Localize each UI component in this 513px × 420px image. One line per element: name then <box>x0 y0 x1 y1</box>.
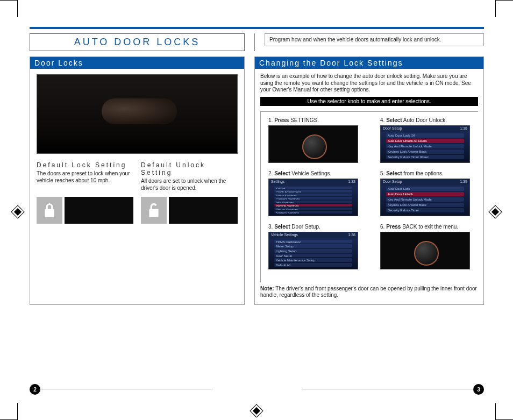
step-2: 2. Select Vehicle Settings. <box>268 170 366 176</box>
registration-mark-icon <box>252 406 261 416</box>
default-lock-text: The doors are preset to lock when your v… <box>37 170 133 184</box>
default-unlock-text: All doors are set to unlock when the dri… <box>141 178 238 191</box>
door-handle-photo <box>37 74 238 154</box>
panel-header: Changing the Door Lock Settings <box>255 57 483 69</box>
door-setup-screen: Vehicle Settings1:38 TPMS CalibrationMet… <box>268 232 358 269</box>
auto-door-unlock-screen: Door Setup1:38 Auto Door Lock OffAuto Do… <box>380 125 470 163</box>
default-unlock-heading: Default Unlock Setting <box>141 161 238 176</box>
top-rule <box>30 27 484 29</box>
step-6: 6. Press BACK to exit the menu. <box>380 224 478 230</box>
step-5: 5. Select from the options. <box>380 170 478 176</box>
lock-icon <box>37 197 62 224</box>
door-handle-small-photo <box>169 197 238 224</box>
settings-knob-photo <box>268 125 358 163</box>
unlock-icon <box>141 197 167 224</box>
section-title: AUTO DOOR LOCKS <box>30 33 245 51</box>
unlock-options-screen: Door Setup1:39 Auto Door LockAuto Door U… <box>380 179 470 216</box>
section-intro: Program how and when the vehicle doors a… <box>265 33 484 46</box>
page-number-right: 3 <box>473 384 484 395</box>
registration-mark-icon <box>490 207 500 217</box>
settings-description: Below is an example of how to change the… <box>260 73 478 94</box>
changing-settings-panel: Changing the Door Lock Settings Below is… <box>254 56 484 305</box>
note-text: Note: The driver's and front passenger's… <box>260 286 478 299</box>
manual-spread: AUTO DOOR LOCKS Program how and when the… <box>30 27 484 398</box>
default-lock-heading: Default Lock Setting <box>37 161 133 169</box>
step-3: 3. Select Door Setup. <box>268 224 366 230</box>
speedometer-photo <box>65 197 133 224</box>
back-knob-photo <box>380 232 470 269</box>
panel-header: Door Locks <box>30 57 244 69</box>
step-4: 4. Select Auto Door Unlock. <box>380 117 478 123</box>
selector-instruction: Use the selector knob to make and enter … <box>260 97 478 106</box>
step-1: 1. Press SETTINGS. <box>268 117 366 123</box>
registration-mark-icon <box>13 207 23 217</box>
page-number-left: 2 <box>30 384 40 395</box>
door-locks-panel: Door Locks Default Lock Setting The door… <box>30 56 245 305</box>
vehicle-settings-screen: Settings1:38 SoundClock AdjustmentAudio … <box>268 179 358 216</box>
